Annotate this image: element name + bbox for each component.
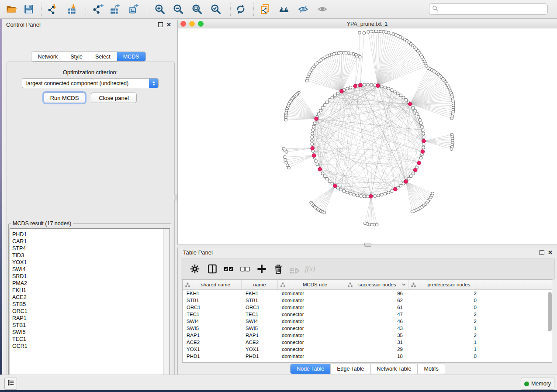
cell-name[interactable]: PHD1 (242, 353, 278, 360)
cell-successor-nodes[interactable]: 35 (345, 332, 408, 339)
network-node[interactable] (311, 143, 314, 146)
leaf-node[interactable] (431, 192, 434, 195)
cell-shared-name[interactable]: ORC1 (183, 304, 242, 311)
network-node[interactable] (422, 136, 425, 139)
cell-MCDS-role[interactable]: dominator (278, 332, 345, 339)
network-node[interactable] (422, 132, 425, 135)
mcds-node[interactable]: ORC1 (10, 308, 170, 315)
network-node[interactable] (331, 182, 334, 185)
zoom-out-icon[interactable] (171, 2, 185, 16)
zoom-in-icon[interactable] (153, 2, 167, 16)
mcds-hub-node[interactable] (422, 139, 426, 143)
zoom-selected-icon[interactable] (209, 2, 223, 16)
tab-select[interactable]: Select (89, 52, 117, 61)
float-panel-icon[interactable] (158, 22, 163, 27)
network-node[interactable] (412, 172, 415, 175)
leaf-node[interactable] (450, 148, 453, 150)
leaf-node[interactable] (284, 156, 286, 158)
mcds-list-scrollbar[interactable] (163, 229, 170, 384)
cell-successor-nodes[interactable]: 61 (345, 304, 408, 311)
float-table-panel-icon[interactable] (540, 250, 544, 255)
network-node[interactable] (363, 83, 366, 86)
network-view-canvas[interactable] (177, 28, 557, 244)
leaf-node[interactable] (359, 55, 361, 58)
cell-shared-name[interactable]: YOX1 (183, 346, 242, 353)
mcds-node[interactable]: TID3 (10, 252, 170, 259)
cell-shared-name[interactable]: TEC1 (183, 311, 242, 318)
network-node[interactable] (405, 98, 408, 101)
network-node[interactable] (321, 107, 324, 110)
network-node[interactable] (370, 83, 373, 86)
task-history-button[interactable] (4, 378, 17, 390)
mcds-hub-node[interactable] (404, 180, 408, 184)
cell-MCDS-role[interactable]: dominator (278, 318, 345, 325)
add-row-icon[interactable] (256, 263, 267, 275)
mcds-node[interactable]: SWI4 (10, 266, 170, 273)
network-node[interactable] (415, 112, 419, 115)
column-header-successor-nodes[interactable]: successor nodes (345, 280, 408, 289)
network-node[interactable] (319, 109, 322, 112)
table-row[interactable]: STB1STB1dominator620 (183, 297, 552, 304)
cell-predecessor-nodes[interactable]: 2 (408, 311, 482, 318)
cell-successor-nodes[interactable]: 43 (345, 325, 408, 332)
network-node[interactable] (353, 193, 356, 196)
network-node[interactable] (422, 146, 425, 149)
mcds-node[interactable]: GCR1 (10, 343, 170, 350)
mcds-node[interactable]: RAP1 (10, 315, 170, 322)
node-table[interactable]: shared namenameMCDS rolesuccessor nodesp… (182, 279, 552, 363)
network-node[interactable] (313, 122, 316, 125)
save-session-icon[interactable] (22, 2, 36, 16)
network-node[interactable] (402, 96, 405, 99)
mcds-hub-node[interactable] (353, 84, 357, 88)
cell-name[interactable]: SWI4 (242, 318, 278, 325)
network-node[interactable] (412, 107, 415, 110)
tab-node-table[interactable]: Node Table (291, 364, 331, 374)
cell-MCDS-role[interactable]: connector (278, 339, 345, 346)
network-node[interactable] (349, 192, 352, 195)
run-mcds-button[interactable]: Run MCDS (44, 93, 85, 103)
network-node[interactable] (393, 90, 396, 93)
network-node[interactable] (360, 195, 363, 198)
network-node[interactable] (346, 191, 349, 194)
mcds-hub-node[interactable] (359, 83, 363, 87)
mcds-hub-node[interactable] (311, 146, 315, 150)
network-node[interactable] (315, 160, 318, 163)
mcds-node[interactable]: CAR1 (10, 238, 170, 245)
network-node[interactable] (409, 175, 412, 178)
cell-name[interactable]: TEC1 (242, 311, 278, 318)
network-node[interactable] (399, 184, 402, 187)
export-table-icon[interactable] (108, 2, 122, 16)
leaf-node[interactable] (284, 158, 287, 161)
mcds-hub-node[interactable] (394, 187, 398, 191)
network-node[interactable] (336, 92, 339, 95)
mcds-node[interactable]: SWI5 (10, 329, 170, 336)
mcds-hub-node[interactable] (414, 168, 418, 172)
network-node[interactable] (356, 194, 359, 197)
network-node[interactable] (417, 115, 420, 118)
cell-MCDS-role[interactable]: dominator (278, 304, 345, 311)
cell-MCDS-role[interactable]: connector (278, 311, 345, 318)
open-file-icon[interactable] (5, 2, 19, 16)
cell-MCDS-role[interactable]: connector (278, 346, 345, 353)
table-row[interactable]: ORC1ORC1dominator610 (183, 304, 552, 311)
mcds-hub-node[interactable] (318, 167, 322, 171)
delete-row-icon[interactable] (273, 263, 284, 275)
network-node[interactable] (339, 188, 343, 191)
network-node[interactable] (363, 195, 366, 198)
horizontal-splitter-grip[interactable] (364, 243, 371, 247)
network-node[interactable] (421, 129, 424, 132)
mcds-hub-node[interactable] (376, 84, 380, 88)
first-neighbors-icon[interactable] (277, 2, 291, 16)
network-node[interactable] (328, 98, 331, 101)
optimization-criterion-select[interactable]: largest connected component (undirected) (22, 78, 159, 88)
network-graph[interactable] (178, 28, 557, 244)
network-node[interactable] (331, 96, 334, 99)
leaf-node[interactable] (323, 211, 325, 214)
cell-shared-name[interactable]: ACE2 (183, 339, 242, 346)
cell-predecessor-nodes[interactable]: 2 (408, 318, 482, 325)
table-row[interactable]: TEC1TEC1connector472 (183, 311, 552, 318)
mcds-node[interactable]: TEC1 (10, 336, 170, 343)
network-node[interactable] (349, 86, 352, 89)
cell-successor-nodes[interactable]: 62 (345, 297, 408, 304)
cell-predecessor-nodes[interactable]: 1 (408, 346, 482, 353)
